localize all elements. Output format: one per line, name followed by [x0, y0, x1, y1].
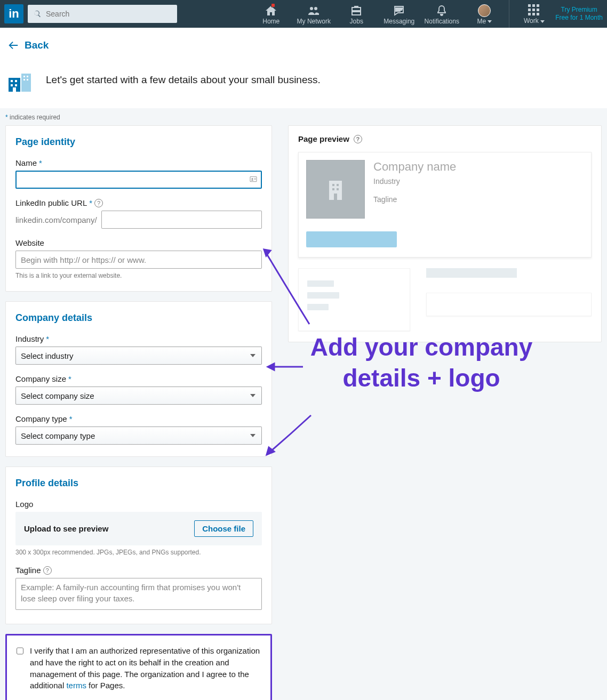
help-icon[interactable]: ? [354, 135, 362, 143]
help-icon[interactable]: ? [94, 199, 103, 207]
button-placeholder [306, 231, 397, 247]
svg-rect-9 [23, 79, 25, 81]
svg-rect-6 [21, 74, 31, 92]
apps-icon [528, 4, 540, 16]
annotation-text: Add your company details + logo [299, 332, 544, 393]
help-icon[interactable]: ? [43, 566, 52, 575]
bell-icon [435, 4, 448, 17]
nav-divider [509, 0, 509, 28]
company-details-card: Company details Industry * Select indust… [5, 301, 272, 457]
industry-select[interactable]: Select industry [15, 347, 262, 365]
svg-rect-3 [11, 84, 13, 86]
svg-rect-16 [332, 184, 334, 186]
notification-badge [271, 3, 275, 7]
svg-rect-2 [15, 80, 17, 82]
chevron-down-icon [488, 20, 492, 23]
linkedin-logo[interactable]: in [4, 4, 23, 23]
website-input[interactable] [15, 251, 262, 269]
svg-rect-8 [27, 76, 28, 77]
logo-hint: 300 x 300px recommended. JPGs, JPEGs, an… [15, 549, 262, 556]
svg-rect-1 [11, 80, 13, 82]
svg-rect-7 [23, 76, 25, 77]
tagline-label: Tagline ? [15, 566, 262, 575]
size-select[interactable]: Select company size [15, 387, 262, 405]
choose-file-button[interactable]: Choose file [194, 520, 253, 537]
name-label: Name * [15, 158, 262, 167]
logo-placeholder [306, 160, 365, 219]
preview-title: Page preview [298, 134, 349, 143]
svg-point-12 [252, 178, 253, 180]
website-label: Website [15, 238, 262, 247]
card-title: Profile details [15, 478, 262, 489]
card-title: Page identity [15, 136, 262, 148]
svg-rect-10 [27, 79, 28, 81]
page-identity-card: Page identity Name * LinkedIn public URL… [5, 125, 272, 292]
svg-rect-20 [334, 194, 337, 200]
type-label: Company type * [15, 414, 262, 423]
svg-rect-13 [254, 178, 255, 179]
chat-icon [393, 4, 405, 17]
nav-network[interactable]: My Network [292, 2, 335, 26]
verify-card: I verify that I am an authorized represe… [5, 634, 272, 700]
verify-text: I verify that I am an authorized represe… [30, 645, 261, 691]
back-link[interactable]: Back [7, 39, 49, 51]
annotation-arrow-1 [256, 242, 315, 327]
svg-rect-18 [332, 188, 334, 190]
terms-link[interactable]: terms [66, 681, 86, 690]
svg-rect-4 [15, 84, 17, 86]
search-input[interactable] [28, 5, 177, 23]
url-label: LinkedIn public URL * ? [15, 198, 262, 207]
preview-inner: Company name Industry Tagline [298, 152, 592, 258]
premium-link[interactable]: Try Premium Free for 1 Month [555, 6, 603, 22]
card-title: Company details [15, 312, 262, 324]
arrow-left-icon [7, 39, 19, 51]
top-nav: in Home My Network Jobs Messaging Notifi… [0, 0, 607, 28]
briefcase-icon [350, 4, 363, 17]
nav-work[interactable]: Work [513, 2, 555, 26]
intro-text: Let's get started with a few details abo… [46, 74, 321, 86]
chevron-down-icon [540, 20, 545, 23]
preview-company-name: Company name [373, 160, 456, 174]
avatar [478, 4, 491, 17]
type-select[interactable]: Select company type [15, 427, 262, 445]
svg-rect-5 [13, 87, 16, 92]
name-input[interactable] [15, 171, 262, 189]
nav-home[interactable]: Home [250, 2, 292, 26]
profile-details-card: Profile details Logo Upload to see previ… [5, 466, 272, 624]
building-icon [323, 176, 348, 202]
size-label: Company size * [15, 374, 262, 383]
upload-text: Upload to see preview [24, 524, 108, 533]
website-hint: This is a link to your external website. [15, 272, 262, 279]
nav-me[interactable]: Me [463, 2, 506, 26]
contact-card-icon [249, 175, 258, 183]
tagline-input[interactable] [15, 578, 262, 610]
search-box [28, 5, 177, 23]
annotation-arrow-3 [260, 411, 314, 459]
search-icon [33, 10, 42, 18]
verify-checkbox[interactable] [17, 646, 23, 656]
nav-jobs[interactable]: Jobs [335, 2, 378, 26]
preview-industry: Industry [373, 177, 456, 186]
logo-label: Logo [15, 500, 262, 509]
url-prefix: linkedin.com/company/ [15, 215, 97, 224]
annotation-arrow-2 [261, 361, 304, 372]
nav-messaging[interactable]: Messaging [378, 2, 420, 26]
nav-notifications[interactable]: Notifications [420, 2, 463, 26]
industry-label: Industry * [15, 334, 262, 343]
preview-card: Page preview ? Company name Industry Tag… [288, 125, 602, 342]
svg-rect-14 [254, 179, 255, 180]
upload-box: Upload to see preview Choose file [15, 512, 262, 545]
preview-tagline: Tagline [373, 195, 456, 204]
required-note: * indicates required [0, 108, 607, 125]
svg-rect-19 [337, 188, 339, 190]
url-input[interactable] [101, 211, 262, 229]
svg-rect-17 [337, 184, 339, 186]
people-icon [307, 4, 320, 17]
skeleton-content [298, 268, 592, 331]
buildings-icon [7, 67, 33, 93]
